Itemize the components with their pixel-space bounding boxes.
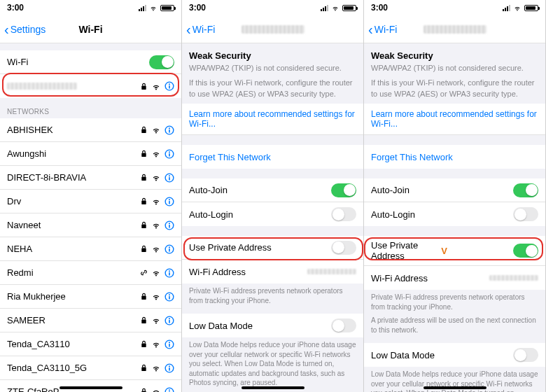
info-icon[interactable]: [164, 197, 174, 206]
network-row[interactable]: Tenda_CA3110: [0, 332, 181, 356]
wifi-signal-icon: [152, 316, 160, 324]
network-row[interactable]: Tenda_CA3110_5G: [0, 356, 181, 380]
wifi-status-icon: [149, 5, 158, 11]
forget-network-button[interactable]: Forget This Network: [364, 145, 545, 169]
network-row[interactable]: Navneet: [0, 214, 181, 237]
info-icon[interactable]: [164, 220, 174, 230]
lock-icon: [140, 150, 148, 158]
wifi-signal-icon: [152, 269, 160, 276]
nav-bar: ‹Wi-Fi: [364, 15, 545, 43]
connected-network-row[interactable]: [0, 74, 181, 98]
annotation-marker: V: [441, 246, 447, 256]
forget-network-button[interactable]: Forget This Network: [182, 145, 363, 169]
wifi-toggle[interactable]: [149, 55, 174, 69]
back-button[interactable]: ‹Wi-Fi: [368, 22, 397, 36]
info-icon[interactable]: [164, 292, 174, 302]
info-icon[interactable]: [164, 316, 174, 326]
private-address-toggle[interactable]: [331, 241, 356, 255]
status-time: 3:00: [371, 3, 388, 13]
network-row[interactable]: Drv: [0, 190, 181, 214]
private-address-toggle[interactable]: [513, 244, 538, 258]
network-row[interactable]: ABHISHEK: [0, 118, 181, 142]
auto-join-toggle[interactable]: [331, 183, 356, 197]
private-address-footer1: Private Wi-Fi address prevents network o…: [364, 290, 545, 316]
networks-header: NETWORKS: [0, 98, 181, 118]
info-icon[interactable]: [164, 125, 174, 135]
wifi-address-value: [307, 269, 356, 274]
wifi-status-icon: [513, 5, 522, 11]
home-indicator[interactable]: [424, 386, 486, 389]
network-row[interactable]: Ria Mukherjee: [0, 285, 181, 309]
lock-icon: [140, 245, 148, 253]
weak-security-body2: If this is your Wi-Fi network, configure…: [364, 78, 545, 104]
info-icon[interactable]: [164, 363, 174, 373]
auto-join-row[interactable]: Auto-Join: [182, 178, 363, 202]
info-icon[interactable]: [164, 244, 174, 254]
battery-icon: [160, 5, 174, 11]
wifi-address-row: Wi-Fi Address: [364, 266, 545, 290]
weak-security-title: Weak Security: [182, 43, 363, 63]
auto-join-toggle[interactable]: [513, 183, 538, 197]
learn-more-link[interactable]: Learn more about recommended settings fo…: [364, 104, 545, 135]
lock-icon: [140, 197, 148, 205]
info-icon[interactable]: [164, 387, 174, 393]
network-detail-private-on-screen: 3:00 ‹Wi-Fi Weak Security WPA/WPA2 (TKIP…: [364, 0, 546, 392]
nav-bar: ‹Settings Wi-Fi: [0, 15, 181, 43]
network-detail-private-off-screen: 3:00 ‹Wi-Fi Weak Security WPA/WPA2 (TKIP…: [182, 0, 364, 392]
learn-more-link[interactable]: Learn more about recommended settings fo…: [182, 104, 363, 135]
network-row[interactable]: SAMEER: [0, 309, 181, 332]
status-bar: 3:00: [364, 0, 545, 15]
info-icon[interactable]: [164, 81, 174, 91]
low-data-mode-row[interactable]: Low Data Mode: [364, 343, 545, 367]
cellular-icon: [503, 5, 510, 11]
lock-icon: [140, 293, 148, 300]
wifi-status-icon: [331, 5, 340, 11]
wifi-signal-icon: [152, 388, 160, 392]
weak-security-body2: If this is your Wi-Fi network, configure…: [182, 78, 363, 104]
cellular-icon: [139, 5, 146, 11]
auto-login-row[interactable]: Auto-Login: [364, 202, 545, 226]
low-data-toggle[interactable]: [331, 318, 356, 332]
status-time: 3:00: [189, 3, 206, 13]
connected-network-name: [7, 83, 77, 90]
chevron-left-icon: ‹: [4, 22, 9, 36]
link-icon: [140, 269, 148, 276]
auto-login-toggle[interactable]: [513, 207, 538, 221]
wifi-signal-icon: [152, 221, 160, 229]
wifi-address-value: [489, 275, 538, 281]
wifi-master-toggle-row[interactable]: Wi-Fi: [0, 50, 181, 74]
back-button[interactable]: ‹Wi-Fi: [186, 22, 215, 36]
lock-icon: [140, 221, 148, 229]
lock-icon: [140, 340, 148, 348]
info-icon[interactable]: [164, 268, 174, 278]
info-icon[interactable]: [164, 149, 174, 159]
low-data-toggle[interactable]: [513, 348, 538, 362]
auto-login-row[interactable]: Auto-Login: [182, 202, 363, 226]
lock-icon: [140, 364, 148, 372]
info-icon[interactable]: [164, 340, 174, 349]
home-indicator[interactable]: [241, 386, 304, 389]
private-address-row[interactable]: Use Private AddressV: [364, 236, 545, 266]
network-row[interactable]: Redmi: [0, 261, 181, 285]
low-data-mode-row[interactable]: Low Data Mode: [182, 314, 363, 337]
page-title-redacted: [241, 25, 304, 34]
private-address-row[interactable]: Use Private Address: [182, 236, 363, 260]
info-icon[interactable]: [164, 173, 174, 183]
wifi-signal-icon: [152, 83, 160, 90]
status-time: 3:00: [7, 3, 24, 13]
wifi-signal-icon: [152, 364, 160, 372]
battery-icon: [524, 5, 538, 11]
auto-join-row[interactable]: Auto-Join: [364, 178, 545, 202]
networks-list: ABHISHEK Awungshi DIRECT-8i-BRAVIA Drv N…: [0, 118, 181, 392]
network-row[interactable]: NEHA: [0, 237, 181, 261]
network-row[interactable]: Awungshi: [0, 142, 181, 166]
wifi-signal-icon: [152, 245, 160, 253]
low-data-footer: Low Data Mode helps reduce your iPhone d…: [182, 337, 363, 392]
lock-icon: [140, 83, 148, 90]
lock-icon: [140, 316, 148, 324]
back-button[interactable]: ‹Settings: [4, 22, 46, 36]
private-address-footer2: A private address will be used on the ne…: [364, 316, 545, 339]
home-indicator[interactable]: [59, 386, 122, 389]
auto-login-toggle[interactable]: [331, 207, 356, 221]
network-row[interactable]: DIRECT-8i-BRAVIA: [0, 166, 181, 190]
